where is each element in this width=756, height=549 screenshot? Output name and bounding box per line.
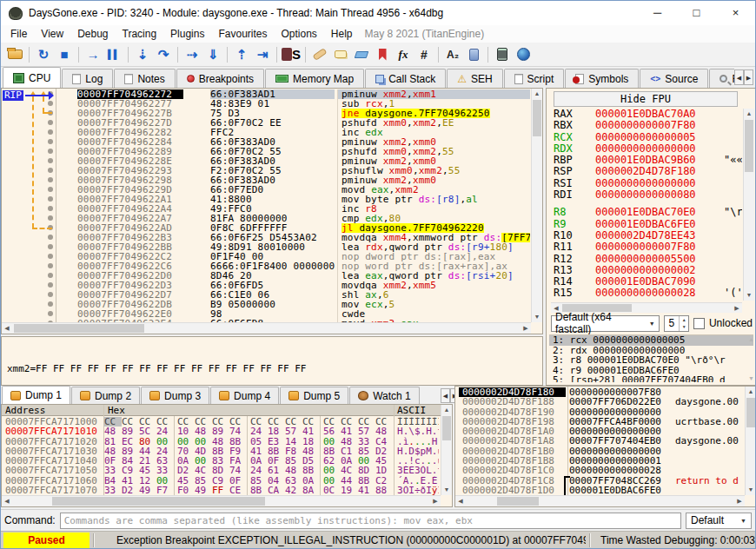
tab-references[interactable]: References xyxy=(709,69,734,88)
hex-byte[interactable]: CA xyxy=(268,486,285,495)
scroll-up-icon[interactable]: ▲ xyxy=(746,387,756,397)
scroll-left-icon[interactable]: ◀ xyxy=(2,496,12,506)
breakpoint-dot[interactable] xyxy=(48,158,53,163)
hex-byte[interactable]: 49 xyxy=(139,486,156,495)
register-row[interactable]: RSI0000000000000000 xyxy=(554,178,742,189)
disasm-row[interactable]: 00007FF7049622A141:8800mov byte ptr ds:[… xyxy=(2,195,530,204)
disasm-row[interactable]: 00007FF7049622A781FA 80000000cmp edx,80 xyxy=(2,214,530,223)
pause-icon[interactable]: ▍▍ xyxy=(104,45,123,64)
hide-fpu-button[interactable]: Hide FPU xyxy=(554,91,738,107)
argument-depth-spinner[interactable]: 5 ▲ ▼ xyxy=(664,315,689,332)
disasm-row[interactable]: 00007FF704962282FFC2inc edx xyxy=(2,128,530,137)
scroll-thumb[interactable] xyxy=(52,497,265,506)
scroll-up-icon[interactable]: ▲ xyxy=(532,89,542,99)
step-over-icon[interactable]: ↷ xyxy=(154,45,173,64)
hex-byte[interactable]: 48 xyxy=(195,427,212,436)
breakpoint-dot[interactable] xyxy=(48,168,53,173)
comment-icon[interactable] xyxy=(331,45,350,64)
restart-icon[interactable]: ↻ xyxy=(34,45,53,64)
tab-scroll-right-icon[interactable]: ▶ xyxy=(744,69,753,85)
spin-up-icon[interactable]: ▲ xyxy=(680,316,688,324)
bookmark-icon[interactable] xyxy=(373,45,392,64)
register-row[interactable]: RDX0000000000000000 xyxy=(554,143,742,155)
breakpoint-dot[interactable] xyxy=(48,263,53,268)
register-row[interactable]: R9000001E0DBAC6FE0 xyxy=(554,219,742,230)
disasm-row[interactable]: 00007FF70496228966:0F70C2 55pshufd xmm0,… xyxy=(2,147,530,156)
breakpoint-dot[interactable] xyxy=(48,273,53,278)
open-file-icon[interactable] xyxy=(5,45,24,64)
scroll-thumb[interactable] xyxy=(14,324,144,333)
hex-byte[interactable]: 88 xyxy=(375,486,393,495)
hex-byte[interactable]: 74 xyxy=(229,427,247,436)
spin-down-icon[interactable]: ▼ xyxy=(680,323,688,331)
hex-byte[interactable]: F0 xyxy=(177,486,195,495)
tab-script[interactable]: Script xyxy=(504,69,565,88)
stack-horizontal-scrollbar[interactable]: ◀ ▶ xyxy=(455,495,745,506)
maximize-button[interactable]: □ xyxy=(677,1,716,25)
tab-memory-map[interactable]: Memory Map xyxy=(265,69,364,88)
disasm-row[interactable]: 00007FF7049622AD0F8C 6DFFFFFF^jl daysgon… xyxy=(2,223,530,233)
hash-icon[interactable]: # xyxy=(414,45,434,64)
args-scroll-up-icon[interactable]: ▲ xyxy=(748,336,754,342)
hex-byte[interactable]: 41 xyxy=(302,427,320,436)
register-row[interactable]: R8000001E0DBAC70E0"\r xyxy=(554,207,742,218)
hex-byte[interactable]: 41 xyxy=(341,427,358,436)
tab-dump-1[interactable]: Dump 1 xyxy=(2,386,70,404)
disasm-row[interactable]: 00007FF7049622A449:FFC0inc r8 xyxy=(2,204,530,214)
stack-row[interactable]: 0000002D4D78F18800007FF706D022E0daysgone… xyxy=(455,397,745,407)
tab-notes[interactable]: Notes xyxy=(114,69,175,88)
breakpoint-dot[interactable] xyxy=(48,120,53,125)
hex-byte[interactable]: 57 xyxy=(285,427,302,436)
breakpoint-dot[interactable] xyxy=(48,301,53,307)
scroll-thumb[interactable] xyxy=(442,416,451,440)
stack-vertical-scrollbar[interactable]: ▲ ▼ xyxy=(745,387,756,495)
hex-byte[interactable]: 48 xyxy=(375,427,393,436)
breakpoint-dot[interactable] xyxy=(48,196,53,202)
hex-byte[interactable]: 41 xyxy=(358,486,375,495)
disasm-row[interactable]: 00007FF70496227B75 D3^jne daysgone.7FF70… xyxy=(2,109,530,118)
scylla-icon[interactable]: S xyxy=(282,45,301,64)
disasm-row[interactable]: 00007FF7049622C66666:0F1F8400 00000000no… xyxy=(2,261,530,271)
disasm-row[interactable]: 00007FF70496227D66:0F70C2 EEpshufd xmm0,… xyxy=(2,118,530,128)
scroll-left-icon[interactable]: ◀ xyxy=(2,323,12,334)
scroll-down-icon[interactable]: ▼ xyxy=(532,312,542,322)
command-mode-select[interactable]: Default ▼ xyxy=(686,513,752,529)
register-row[interactable]: RAX000001E0DBAC70A0 xyxy=(554,109,742,120)
disasm-row[interactable]: 00007FF7049622D366:0F6FD5movdqa xmm2,xmm… xyxy=(2,281,530,290)
hex-byte[interactable]: 33 xyxy=(104,486,122,495)
breakpoint-dot[interactable] xyxy=(48,235,53,240)
tab-dump-4[interactable]: Dump 4 xyxy=(210,387,279,404)
scroll-thumb[interactable] xyxy=(745,120,753,172)
minimize-button[interactable]: ─ xyxy=(638,1,677,25)
menu-view[interactable]: View xyxy=(34,26,70,42)
disasm-row[interactable]: 00007FF70496227748:83E9 01sub rcx,1 xyxy=(2,99,530,109)
disasm-row[interactable]: 00007FF70496228E66:0F383AD0pminuw xmm2,x… xyxy=(2,156,530,166)
register-row[interactable]: R14000001E0DBAC7090 xyxy=(554,276,742,288)
disasm-row[interactable]: 00007FF7049622D766:C1E0 06shl ax,6 xyxy=(2,290,530,300)
breakpoint-dot[interactable] xyxy=(48,177,53,182)
registers-vertical-scrollbar[interactable]: ▲ ▼ xyxy=(743,109,754,301)
run-to-selection-icon[interactable]: ⇢ xyxy=(182,45,202,64)
hex-byte[interactable]: 57 xyxy=(358,427,375,436)
breakpoint-dot[interactable] xyxy=(48,311,53,316)
disasm-row[interactable]: 00007FF7049622C20F1F40 00nop dword ptr d… xyxy=(2,252,530,261)
breakpoint-dot[interactable] xyxy=(48,139,53,144)
calling-convention-select[interactable]: Default (x64 fastcall) ▼ xyxy=(551,315,660,332)
breakpoint-dot[interactable] xyxy=(48,129,53,135)
breakpoint-dot[interactable] xyxy=(48,101,53,106)
tab-dump-2[interactable]: Dump 2 xyxy=(71,387,140,404)
hex-byte[interactable]: 19 xyxy=(341,486,358,495)
unlocked-checkbox[interactable] xyxy=(693,318,705,329)
breakpoint-dot[interactable] xyxy=(48,187,53,192)
step-into-icon[interactable]: ⇣ xyxy=(133,45,152,64)
scroll-down-icon[interactable]: ▼ xyxy=(746,485,756,495)
hex-byte[interactable]: FF xyxy=(212,486,229,495)
breakpoint-dot[interactable] xyxy=(48,282,53,288)
breakpoint-dot[interactable] xyxy=(48,292,53,297)
assemble-icon[interactable] xyxy=(464,45,483,64)
hex-byte[interactable]: CE xyxy=(229,486,247,495)
tab-dump-5[interactable]: Dump 5 xyxy=(280,387,348,404)
stack-row[interactable]: 0000002D4D78F1C00000000000000028 xyxy=(455,466,745,475)
dump-vertical-scrollbar[interactable]: ▲ ▼ xyxy=(441,405,452,495)
hex-byte[interactable]: 10 xyxy=(177,427,195,436)
